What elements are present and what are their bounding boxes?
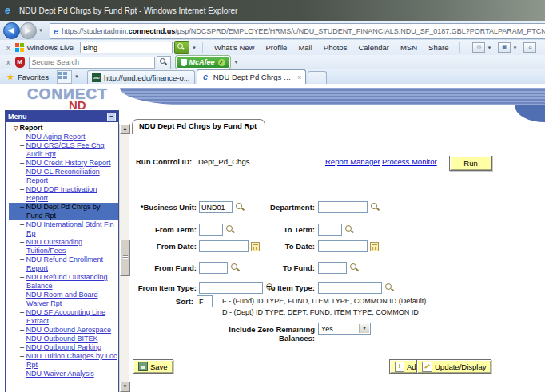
run-button[interactable]: Run: [449, 156, 492, 171]
menu-item[interactable]: – NDU GL Reconciliation Report: [20, 168, 118, 185]
mcafee-dropdown-icon[interactable]: ▼: [234, 60, 239, 65]
menu-item[interactable]: – NDU Outstanding Tuition/Fees: [20, 238, 118, 255]
secure-search-input[interactable]: [29, 57, 155, 69]
menu-item[interactable]: – NDU Outbound Parking: [20, 343, 118, 352]
menu-item-link[interactable]: NDU CRS/CLS Fee Chg Audit Rpt: [26, 141, 105, 158]
sort-input[interactable]: [197, 295, 213, 307]
menu-item-link[interactable]: NDU SF Accounting Line Extract: [26, 308, 106, 325]
menu-item[interactable]: – NDU CRS/CLS Fee Chg Audit Rpt: [20, 141, 118, 159]
menu-item-link[interactable]: NDU Dept Pd Chrgs by Fund Rpt: [26, 203, 101, 220]
toolbar-link[interactable]: Share: [428, 43, 448, 52]
menu-item[interactable]: – NDU Waiver Analysis: [20, 370, 118, 378]
quick-tabs-icon[interactable]: [57, 70, 72, 84]
menu-item-link[interactable]: NDU Room and Board Waiver Rpt: [26, 291, 98, 307]
include-zero-value: Yes: [321, 325, 333, 333]
process-monitor-link[interactable]: Process Monitor: [382, 157, 437, 166]
ie-icon: e: [5, 6, 15, 16]
menu-item[interactable]: – NDU Room and Board Waiver Rpt: [20, 291, 118, 308]
field-row: From Fund:To Fund:: [129, 262, 545, 275]
toolbar-link[interactable]: Mail: [298, 43, 312, 52]
toolbar-link[interactable]: What's New: [214, 43, 254, 52]
toolbar-link[interactable]: Calendar: [358, 43, 389, 52]
menu-item[interactable]: – NDU Refund Enrollment Report: [20, 255, 118, 273]
live-search-button[interactable]: [174, 41, 189, 54]
toolbar-link[interactable]: Profile: [265, 43, 287, 52]
lookup-magnifier-icon[interactable]: [349, 263, 360, 273]
menu-item-link[interactable]: NDU Waiver Analysis: [26, 370, 94, 378]
toolbar-link[interactable]: Photos: [324, 43, 348, 52]
toolbar-buttons-row: Save +Add Update/Display: [129, 359, 545, 374]
lookup-magnifier-icon[interactable]: [344, 224, 355, 235]
calendar-icon[interactable]: [370, 242, 379, 251]
url-field[interactable]: e https://studentadmin.connectnd.us/psp/…: [50, 23, 545, 39]
menu-item[interactable]: – NDU Credit History Report: [20, 159, 118, 168]
menu-item-link[interactable]: NDU Refund Outstanding Balance: [26, 273, 108, 290]
include-zero-select[interactable]: Yes ▼: [318, 323, 371, 335]
field-input[interactable]: [318, 201, 368, 213]
toolbar-close-icon[interactable]: x: [6, 58, 10, 66]
field-input-group: [318, 224, 355, 236]
menu-item-link[interactable]: NDU Outstanding Tuition/Fees: [26, 238, 83, 255]
mail-tool-icon[interactable]: ✉: [472, 42, 485, 53]
search-options-dropdown-icon[interactable]: ▼: [192, 46, 197, 50]
menu-collapse-icon[interactable]: −: [107, 113, 116, 121]
tab-close-icon[interactable]: x: [298, 73, 301, 81]
menu-item[interactable]: – NDU Refund Outstanding Balance: [20, 273, 118, 291]
menu-item-link[interactable]: NDU Aging Report: [26, 133, 86, 141]
field-input[interactable]: [318, 224, 342, 236]
photos-tool-icon[interactable]: ▣: [498, 42, 511, 53]
menu-item-link[interactable]: NDU Outbound Parking: [26, 343, 102, 351]
tab-list-dropdown-icon[interactable]: ▼: [74, 74, 79, 79]
new-tab-stub[interactable]: [308, 71, 327, 84]
history-dropdown-icon[interactable]: ▼: [38, 28, 43, 33]
menu-item-link[interactable]: NDU Refund Enrollment Report: [26, 255, 104, 272]
live-search-input[interactable]: [80, 42, 173, 53]
field-row: From Term:To Term:: [129, 224, 545, 236]
menu-item[interactable]: – NDU DDP Inactivation Report: [20, 185, 118, 203]
menu-item[interactable]: – NDU Outbound Aerospace: [20, 326, 118, 335]
back-arrow-icon: ◀: [8, 26, 14, 34]
url-prefix: https://studentadmin.: [62, 27, 129, 35]
menu-item[interactable]: – NDU Tuition Charges by Loc Rpt: [20, 352, 118, 370]
menu-item-link[interactable]: NDU Outbound Aerospace: [26, 326, 112, 334]
mcafee-siteadvisor-button[interactable]: McAfee ✓: [176, 56, 230, 69]
secure-search-button[interactable]: [157, 56, 171, 69]
photos-tool-dropdown-icon[interactable]: ▼: [512, 46, 517, 50]
browser-tab[interactable]: e NDU Dept Pd Chrgs by ... x: [197, 69, 306, 84]
back-button[interactable]: ◀: [3, 22, 20, 39]
field-row: From Date:To Date:: [129, 240, 545, 253]
menu-item-link[interactable]: NDU GL Reconciliation Report: [26, 168, 100, 184]
forward-button[interactable]: ▶: [20, 22, 37, 39]
toolbar-link[interactable]: MSN: [400, 43, 417, 52]
favorites-button[interactable]: Favorites: [18, 73, 49, 81]
menu-item-link[interactable]: NDU Credit History Report: [26, 159, 111, 167]
menu-item[interactable]: – NDU Outbound BITEK: [20, 335, 118, 343]
menu-item-link[interactable]: NDU DDP Inactivation Report: [26, 185, 97, 202]
toolbar-close-icon[interactable]: x: [6, 44, 10, 52]
lookup-magnifier-icon[interactable]: [384, 283, 395, 293]
menu-item-link[interactable]: NDU International Stdnt Fin Rp: [26, 220, 114, 237]
menu-root-report[interactable]: ▽Report: [9, 124, 118, 133]
connect-nd-logo: CONИECT ND: [27, 85, 131, 113]
menu-item[interactable]: – NDU SF Accounting Line Extract: [20, 308, 118, 326]
report-manager-link[interactable]: Report Manager: [325, 157, 380, 166]
translate-tool-icon[interactable]: a: [523, 42, 536, 53]
field-input[interactable]: [318, 240, 368, 252]
menu-item[interactable]: – NDU Dept Pd Chrgs by Fund Rpt: [9, 203, 118, 220]
menu-item[interactable]: – NDU International Stdnt Fin Rp: [20, 220, 118, 238]
menu-item-link[interactable]: NDU Tuition Charges by Loc Rpt: [26, 352, 117, 369]
lookup-magnifier-icon[interactable]: [370, 202, 380, 212]
menu-item[interactable]: – NDU Aging Report: [20, 133, 118, 141]
field-label: To Date:: [209, 242, 315, 251]
save-button[interactable]: Save: [133, 359, 173, 374]
search-icon: [159, 57, 168, 66]
field-input[interactable]: [318, 262, 347, 274]
update-display-button[interactable]: Update/Display: [416, 359, 491, 374]
browser-tab[interactable]: UND http://und.edu/finance-o...: [87, 70, 195, 84]
field-input[interactable]: [318, 282, 382, 294]
select-dropdown-icon[interactable]: ▼: [359, 324, 369, 333]
mail-tool-dropdown-icon[interactable]: ▼: [487, 46, 491, 50]
menu-item-link[interactable]: NDU Outbound BITEK: [26, 335, 98, 343]
menu-scrollbar[interactable]: ▲ ▼: [119, 124, 129, 392]
field-row: *Business Unit:Department:: [129, 201, 545, 214]
